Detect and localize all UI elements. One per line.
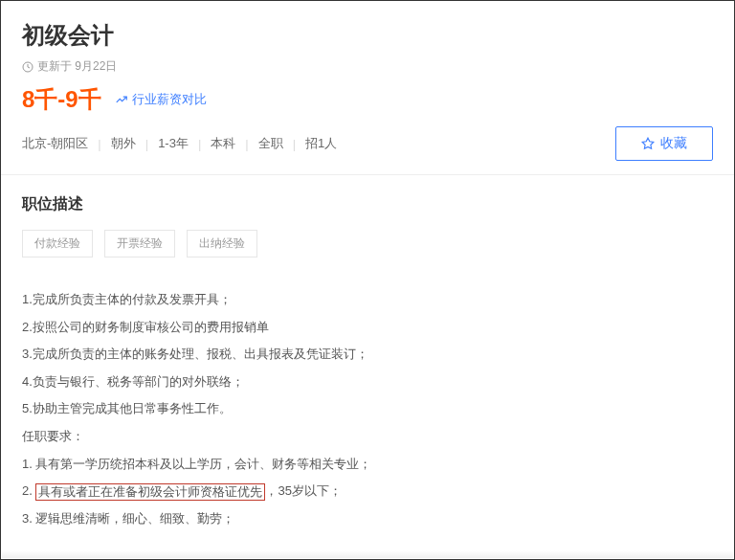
clock-icon [22,61,33,73]
req-line: 3. 逻辑思维清晰，细心、细致、勤劳； [22,505,713,533]
req-line: 1. 具有第一学历统招本科及以上学历，会计、财务等相关专业； [22,451,713,479]
meta-experience: 1-3年 [158,135,189,152]
req-line-suffix: ，35岁以下； [265,483,341,498]
salary-compare-link[interactable]: 行业薪资对比 [115,91,207,108]
desc-line: 4.负责与银行、税务等部门的对外联络； [22,369,713,396]
salary-compare-label: 行业薪资对比 [132,91,207,108]
req-line-prefix: 2. [22,483,35,498]
favorite-button[interactable]: 收藏 [615,126,713,161]
bottom-shadow [2,550,733,558]
desc-line: 5.协助主管完成其他日常事务性工作。 [22,395,713,423]
description-heading: 职位描述 [22,194,713,214]
job-title: 初级会计 [22,20,713,51]
meta-jobtype: 全职 [258,135,283,152]
req-highlight: 具有或者正在准备初级会计师资格证优先 [35,483,265,501]
desc-line: 3.完成所负责的主体的账务处理、报税、出具报表及凭证装订； [22,341,713,369]
requirements-heading: 任职要求： [22,423,713,451]
skill-tag-list: 付款经验 开票经验 出纳经验 [22,230,713,258]
salary-range: 8千-9千 [22,84,101,115]
svg-marker-1 [642,138,654,148]
skill-tag: 付款经验 [22,230,93,258]
chart-icon [115,93,128,106]
favorite-label: 收藏 [660,135,687,152]
meta-tags: 北京-朝阳区| 朝外| 1-3年| 本科| 全职| 招1人 [22,135,337,152]
desc-line: 1.完成所负责主体的付款及发票开具； [22,286,713,314]
skill-tag: 出纳经验 [187,230,257,258]
meta-area: 朝外 [111,135,136,152]
req-line: 2. 具有或者正在准备初级会计师资格证优先，35岁以下； [22,478,713,505]
skill-tag: 开票经验 [104,230,175,258]
meta-location: 北京-朝阳区 [22,135,88,152]
updated-at: 更新于 9月22日 [22,58,713,75]
meta-headcount: 招1人 [305,135,337,152]
updated-text: 更新于 9月22日 [37,58,117,75]
desc-line: 2.按照公司的财务制度审核公司的费用报销单 [22,314,713,342]
star-icon [641,137,655,150]
meta-education: 本科 [211,135,235,152]
